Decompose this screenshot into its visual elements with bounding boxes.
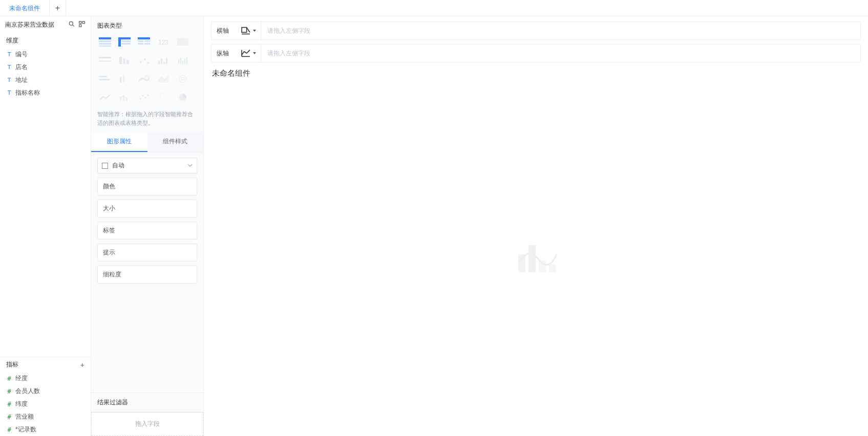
svg-point-50: [160, 94, 167, 101]
svg-rect-7: [99, 43, 111, 45]
add-tab-button[interactable]: +: [50, 0, 66, 16]
svg-rect-13: [138, 37, 150, 39]
chart-type-area: [156, 72, 171, 85]
measure-label: 纬度: [15, 400, 28, 408]
svg-line-54: [247, 28, 250, 33]
chart-type-list-table[interactable]: [136, 35, 152, 49]
measure-item[interactable]: #经度: [0, 372, 91, 385]
prop-label[interactable]: 标签: [97, 222, 197, 239]
svg-point-41: [179, 75, 186, 82]
dimension-label: 指标名称: [15, 89, 40, 97]
measures-header: 指标: [6, 360, 18, 369]
svg-rect-60: [549, 265, 556, 272]
svg-rect-30: [163, 62, 165, 64]
prop-size[interactable]: 大小: [97, 200, 197, 217]
svg-rect-5: [99, 37, 111, 39]
prop-color[interactable]: 颜色: [97, 178, 197, 195]
page-tab-active[interactable]: 未命名组件: [0, 0, 50, 16]
chart-type-partition-bar: [97, 54, 113, 67]
number-type-icon: #: [6, 426, 12, 433]
text-type-icon: T: [6, 64, 12, 71]
dimension-label: 编号: [15, 50, 28, 59]
measure-label: 会员人数: [15, 387, 40, 396]
svg-rect-2: [79, 21, 81, 24]
checkbox-icon: [102, 163, 108, 169]
tab-graphic-props[interactable]: 图形属性: [91, 132, 147, 152]
svg-point-49: [147, 95, 149, 96]
svg-rect-4: [79, 25, 81, 27]
x-axis-label: 横轴: [211, 27, 236, 35]
x-axis-type-picker[interactable]: [236, 27, 261, 35]
svg-rect-12: [121, 43, 131, 45]
svg-point-46: [140, 98, 141, 100]
chart-type-hint: 智能推荐：根据拖入的字段智能推荐合适的图表或表格类型。: [91, 108, 203, 132]
dimension-item[interactable]: T指标名称: [0, 86, 91, 99]
tab-component-style[interactable]: 组件样式: [147, 132, 204, 152]
svg-rect-6: [99, 40, 111, 42]
number-type-icon: #: [6, 401, 12, 408]
dimension-item[interactable]: T编号: [0, 48, 91, 61]
chart-types-header: 图表类型: [91, 16, 203, 35]
svg-rect-35: [184, 59, 185, 64]
chart-type-column-line: [117, 91, 132, 104]
svg-point-48: [145, 97, 146, 99]
measure-label: 营业额: [15, 412, 34, 421]
y-axis-dropzone[interactable]: 请拖入左侧字段: [261, 45, 860, 62]
chart-type-group-table[interactable]: [97, 35, 113, 49]
auto-select[interactable]: 自动: [97, 158, 197, 173]
y-axis-row: 纵轴 请拖入左侧字段: [211, 44, 861, 62]
add-measure-button[interactable]: +: [80, 361, 84, 369]
svg-rect-38: [99, 79, 110, 80]
measure-item[interactable]: #会员人数: [0, 385, 91, 398]
chart-type-radar: [175, 72, 190, 85]
chart-type-cross-table[interactable]: [117, 35, 132, 49]
search-icon[interactable]: [68, 20, 75, 29]
svg-rect-23: [123, 58, 125, 64]
result-filter-header: 结果过滤器: [91, 393, 203, 412]
svg-rect-37: [99, 76, 107, 77]
chart-type-grid: 123: [91, 35, 203, 108]
chart-type-partition-column: [97, 72, 113, 85]
y-axis-type-picker[interactable]: [236, 49, 261, 57]
svg-rect-17: [144, 43, 150, 45]
svg-rect-28: [158, 61, 160, 64]
svg-rect-39: [120, 77, 121, 82]
auto-select-label: 自动: [112, 161, 183, 170]
svg-rect-36: [186, 57, 187, 64]
chart-type-scatter: [136, 91, 152, 104]
svg-point-26: [144, 58, 146, 60]
chart-type-bar-contrast: [156, 54, 171, 67]
text-type-icon: T: [6, 90, 12, 96]
chart-type-waterfall: [175, 54, 190, 67]
text-type-icon: T: [6, 77, 12, 83]
expand-icon[interactable]: [78, 20, 86, 29]
svg-rect-20: [99, 57, 111, 58]
svg-point-25: [140, 61, 142, 63]
measure-label: *记录数: [15, 425, 36, 434]
x-axis-dropzone[interactable]: 请拖入左侧字段: [261, 22, 860, 39]
svg-rect-33: [180, 58, 181, 64]
page-tabs: 未命名组件 +: [0, 0, 868, 16]
chart-type-stacked-bar: [117, 54, 132, 67]
svg-line-1: [73, 25, 74, 27]
measure-item[interactable]: #营业额: [0, 410, 91, 423]
number-type-icon: #: [6, 413, 12, 421]
result-filter-dropzone[interactable]: 拖入字段: [91, 412, 203, 436]
prop-tooltip[interactable]: 提示: [97, 244, 197, 261]
dimension-label: 店名: [15, 63, 28, 72]
svg-rect-52: [242, 28, 247, 33]
dimension-item[interactable]: T地址: [0, 74, 91, 86]
measure-item[interactable]: #纬度: [0, 398, 91, 410]
svg-text:123: 123: [158, 39, 168, 46]
dimension-item[interactable]: T店名: [0, 61, 91, 74]
chevron-down-icon: [187, 162, 193, 169]
prop-granularity[interactable]: 细粒度: [97, 266, 197, 284]
text-type-icon: T: [6, 51, 12, 58]
dimensions-header: 维度: [6, 36, 18, 45]
svg-rect-14: [138, 40, 143, 42]
svg-point-0: [69, 21, 73, 25]
svg-rect-3: [82, 21, 84, 24]
chart-canvas-placeholder: [211, 82, 861, 431]
measure-item[interactable]: #*记录数: [0, 423, 91, 436]
svg-rect-24: [126, 60, 129, 64]
